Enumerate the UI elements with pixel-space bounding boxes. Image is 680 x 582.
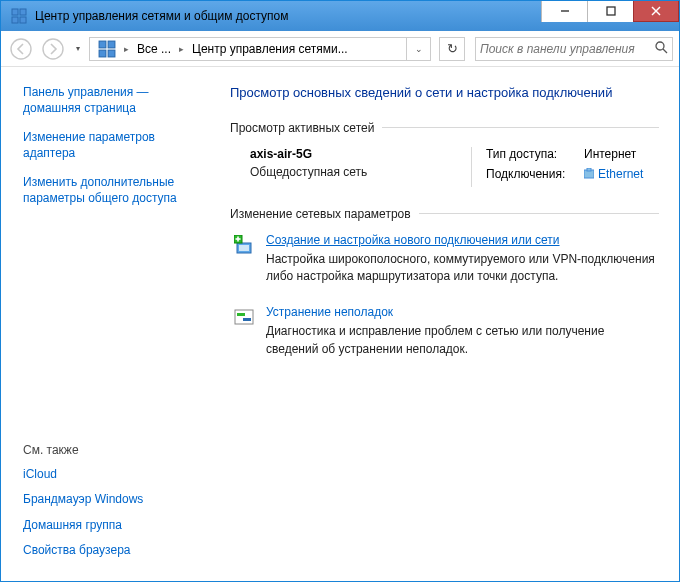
search-input[interactable] — [480, 42, 651, 56]
chevron-right-icon: ▸ — [175, 44, 188, 54]
title-bar: Центр управления сетями и общим доступом — [1, 1, 679, 31]
troubleshoot-icon — [234, 307, 254, 327]
see-also-browser[interactable]: Свойства браузера — [23, 543, 198, 559]
active-networks-label: Просмотр активных сетей — [230, 121, 659, 135]
svg-rect-3 — [20, 17, 26, 23]
see-also-group: iCloud Брандмауэр Windows Домашняя групп… — [23, 467, 198, 569]
content-area: Панель управления — домашняя страница Из… — [1, 67, 679, 581]
svg-rect-19 — [239, 245, 249, 251]
breadcrumb-dropdown[interactable]: ⌄ — [406, 38, 430, 60]
svg-rect-24 — [237, 313, 245, 316]
svg-line-6 — [652, 7, 660, 15]
svg-rect-10 — [99, 41, 106, 48]
svg-line-7 — [652, 7, 660, 15]
see-also-homegroup[interactable]: Домашняя группа — [23, 518, 198, 534]
new-connection-desc: Настройка широкополосного, коммутируемог… — [266, 251, 659, 286]
connection-link[interactable]: Ethernet — [598, 167, 643, 181]
search-icon[interactable] — [655, 41, 668, 57]
breadcrumb-seg-current[interactable]: Центр управления сетями... — [188, 42, 352, 56]
troubleshoot-desc: Диагностика и исправление проблем с сеть… — [266, 323, 659, 358]
svg-rect-25 — [243, 318, 251, 321]
access-type-label: Тип доступа: — [486, 147, 584, 161]
sidebar: Панель управления — домашняя страница Из… — [1, 67, 206, 581]
control-panel-home-link[interactable]: Панель управления — домашняя страница — [23, 85, 198, 116]
breadcrumb-icon — [98, 40, 116, 58]
new-connection-item: Создание и настройка нового подключения … — [230, 233, 659, 286]
svg-rect-23 — [235, 310, 253, 324]
connections-label: Подключения: — [486, 167, 584, 181]
svg-rect-13 — [108, 50, 115, 57]
main-panel: Просмотр основных сведений о сети и наст… — [206, 67, 679, 581]
search-box[interactable] — [475, 37, 673, 61]
network-identity: axis-air-5G Общедоступная сеть — [250, 147, 471, 187]
close-button[interactable] — [633, 0, 679, 22]
adapter-settings-link[interactable]: Изменение параметров адаптера — [23, 130, 198, 161]
svg-rect-17 — [587, 168, 591, 171]
network-details: Тип доступа: Интернет Подключения: Ether… — [471, 147, 659, 187]
network-type: Общедоступная сеть — [250, 165, 471, 179]
nav-bar: ▾ ▸ Все ... ▸ Центр управления сетями...… — [1, 31, 679, 67]
refresh-button[interactable]: ↻ — [439, 37, 465, 61]
ethernet-icon — [584, 168, 594, 180]
forward-button[interactable] — [39, 35, 67, 63]
network-name: axis-air-5G — [250, 147, 471, 161]
svg-rect-0 — [12, 9, 18, 15]
chevron-right-icon: ▸ — [120, 44, 133, 54]
svg-rect-11 — [108, 41, 115, 48]
change-settings-label: Изменение сетевых параметров — [230, 207, 659, 221]
history-dropdown[interactable]: ▾ — [71, 44, 85, 53]
see-also-firewall[interactable]: Брандмауэр Windows — [23, 492, 198, 508]
see-also-label: См. также — [23, 443, 198, 457]
troubleshoot-link[interactable]: Устранение неполадок — [266, 305, 659, 319]
svg-rect-5 — [607, 7, 615, 15]
svg-point-8 — [11, 39, 31, 59]
page-title: Просмотр основных сведений о сети и наст… — [230, 83, 659, 103]
breadcrumb-seg-all[interactable]: Все ... — [133, 42, 175, 56]
minimize-button[interactable] — [541, 0, 587, 22]
svg-rect-1 — [20, 9, 26, 15]
new-connection-icon — [234, 235, 254, 255]
svg-line-15 — [663, 49, 667, 53]
back-button[interactable] — [7, 35, 35, 63]
new-connection-link[interactable]: Создание и настройка нового подключения … — [266, 233, 659, 247]
svg-point-14 — [656, 42, 664, 50]
app-icon — [11, 8, 27, 24]
window-title: Центр управления сетями и общим доступом — [35, 9, 541, 23]
maximize-button[interactable] — [587, 0, 633, 22]
svg-point-9 — [43, 39, 63, 59]
breadcrumb[interactable]: ▸ Все ... ▸ Центр управления сетями... ⌄ — [89, 37, 431, 61]
see-also-icloud[interactable]: iCloud — [23, 467, 198, 483]
access-type-value: Интернет — [584, 147, 659, 161]
svg-rect-2 — [12, 17, 18, 23]
sharing-settings-link[interactable]: Изменить дополнительные параметры общего… — [23, 175, 198, 206]
troubleshoot-item: Устранение неполадок Диагностика и испра… — [230, 305, 659, 358]
network-row: axis-air-5G Общедоступная сеть Тип досту… — [230, 147, 659, 187]
svg-rect-12 — [99, 50, 106, 57]
window-controls — [541, 1, 679, 31]
